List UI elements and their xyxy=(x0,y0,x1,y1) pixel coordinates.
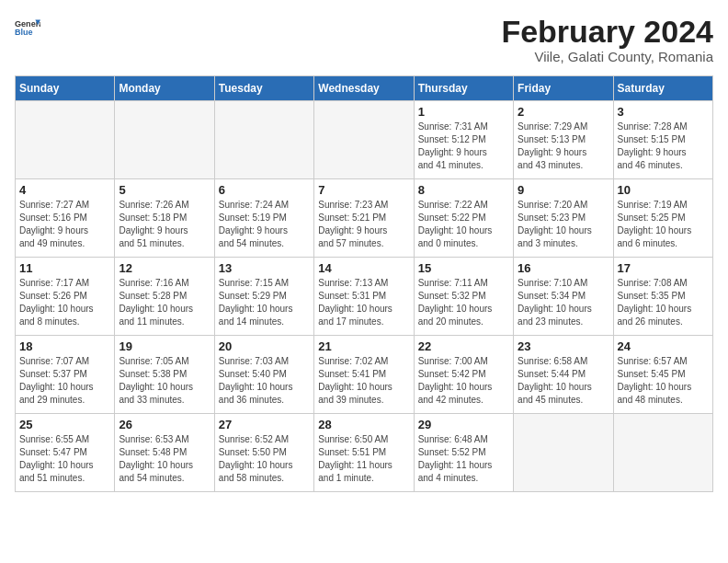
day-info: Sunrise: 7:28 AMSunset: 5:15 PMDaylight:… xyxy=(618,121,709,172)
day-info: Sunrise: 7:17 AMSunset: 5:26 PMDaylight:… xyxy=(19,277,110,328)
day-of-week-header: Thursday xyxy=(414,76,513,101)
calendar-day-cell: 11Sunrise: 7:17 AMSunset: 5:26 PMDayligh… xyxy=(16,258,115,336)
day-info: Sunrise: 7:13 AMSunset: 5:31 PMDaylight:… xyxy=(318,277,409,328)
day-number: 4 xyxy=(19,183,110,197)
day-number: 8 xyxy=(418,183,509,197)
day-number: 20 xyxy=(219,339,310,353)
calendar-day-cell: 24Sunrise: 6:57 AMSunset: 5:45 PMDayligh… xyxy=(613,336,712,414)
calendar-week-row: 25Sunrise: 6:55 AMSunset: 5:47 PMDayligh… xyxy=(16,414,713,492)
calendar-day-cell: 23Sunrise: 6:58 AMSunset: 5:44 PMDayligh… xyxy=(514,336,613,414)
day-info: Sunrise: 6:58 AMSunset: 5:44 PMDaylight:… xyxy=(518,355,609,407)
calendar-day-cell: 10Sunrise: 7:19 AMSunset: 5:25 PMDayligh… xyxy=(613,179,712,258)
day-number: 28 xyxy=(318,418,409,431)
day-info: Sunrise: 7:20 AMSunset: 5:23 PMDaylight:… xyxy=(518,199,609,250)
month-title: February 2024 xyxy=(501,15,713,49)
calendar-day-cell: 6Sunrise: 7:24 AMSunset: 5:19 PMDaylight… xyxy=(214,179,313,258)
calendar-week-row: 1Sunrise: 7:31 AMSunset: 5:12 PMDaylight… xyxy=(16,101,713,179)
day-number: 21 xyxy=(318,339,409,353)
day-number: 27 xyxy=(219,418,310,431)
day-info: Sunrise: 7:02 AMSunset: 5:41 PMDaylight:… xyxy=(318,355,409,407)
day-number: 10 xyxy=(618,183,709,197)
calendar-day-cell: 7Sunrise: 7:23 AMSunset: 5:21 PMDaylight… xyxy=(314,179,414,258)
calendar-day-cell: 3Sunrise: 7:28 AMSunset: 5:15 PMDaylight… xyxy=(613,101,712,179)
calendar-week-row: 4Sunrise: 7:27 AMSunset: 5:16 PMDaylight… xyxy=(16,179,713,258)
day-number: 6 xyxy=(219,183,310,197)
day-info: Sunrise: 7:07 AMSunset: 5:37 PMDaylight:… xyxy=(19,355,110,407)
svg-text:Blue: Blue xyxy=(15,28,33,37)
calendar-day-cell: 21Sunrise: 7:02 AMSunset: 5:41 PMDayligh… xyxy=(314,336,414,414)
day-info: Sunrise: 7:16 AMSunset: 5:28 PMDaylight:… xyxy=(119,277,210,328)
day-number: 9 xyxy=(518,183,609,197)
day-number: 12 xyxy=(119,261,210,275)
calendar-day-cell: 20Sunrise: 7:03 AMSunset: 5:40 PMDayligh… xyxy=(214,336,313,414)
calendar-day-cell xyxy=(214,101,313,179)
day-number: 13 xyxy=(219,261,310,275)
day-info: Sunrise: 7:05 AMSunset: 5:38 PMDaylight:… xyxy=(119,355,210,407)
day-number: 24 xyxy=(618,339,709,353)
day-info: Sunrise: 6:53 AMSunset: 5:48 PMDaylight:… xyxy=(119,433,210,485)
calendar-day-cell: 29Sunrise: 6:48 AMSunset: 5:52 PMDayligh… xyxy=(414,414,513,492)
calendar-day-cell: 2Sunrise: 7:29 AMSunset: 5:13 PMDaylight… xyxy=(514,101,613,179)
calendar-day-cell: 12Sunrise: 7:16 AMSunset: 5:28 PMDayligh… xyxy=(115,258,214,336)
day-number: 16 xyxy=(518,261,609,275)
day-of-week-header: Monday xyxy=(115,76,214,101)
day-of-week-header: Saturday xyxy=(613,76,712,101)
day-of-week-header: Sunday xyxy=(16,76,115,101)
calendar-day-cell: 22Sunrise: 7:00 AMSunset: 5:42 PMDayligh… xyxy=(414,336,513,414)
calendar-day-cell xyxy=(115,101,214,179)
day-number: 7 xyxy=(318,183,409,197)
calendar-day-cell xyxy=(613,414,712,492)
calendar-table: SundayMondayTuesdayWednesdayThursdayFrid… xyxy=(15,75,713,492)
calendar-day-cell: 13Sunrise: 7:15 AMSunset: 5:29 PMDayligh… xyxy=(214,258,313,336)
calendar-day-cell: 27Sunrise: 6:52 AMSunset: 5:50 PMDayligh… xyxy=(214,414,313,492)
calendar-day-cell: 16Sunrise: 7:10 AMSunset: 5:34 PMDayligh… xyxy=(514,258,613,336)
day-info: Sunrise: 7:24 AMSunset: 5:19 PMDaylight:… xyxy=(219,199,310,250)
calendar-day-cell xyxy=(514,414,613,492)
calendar-day-cell: 26Sunrise: 6:53 AMSunset: 5:48 PMDayligh… xyxy=(115,414,214,492)
calendar-day-cell: 4Sunrise: 7:27 AMSunset: 5:16 PMDaylight… xyxy=(16,179,115,258)
day-info: Sunrise: 7:31 AMSunset: 5:12 PMDaylight:… xyxy=(418,121,509,172)
day-info: Sunrise: 7:03 AMSunset: 5:40 PMDaylight:… xyxy=(219,355,310,407)
logo: General Blue xyxy=(15,15,40,40)
calendar-day-cell: 1Sunrise: 7:31 AMSunset: 5:12 PMDaylight… xyxy=(414,101,513,179)
day-info: Sunrise: 7:08 AMSunset: 5:35 PMDaylight:… xyxy=(618,277,709,328)
calendar-week-row: 11Sunrise: 7:17 AMSunset: 5:26 PMDayligh… xyxy=(16,258,713,336)
calendar-day-cell: 19Sunrise: 7:05 AMSunset: 5:38 PMDayligh… xyxy=(115,336,214,414)
day-of-week-header: Tuesday xyxy=(214,76,313,101)
calendar-day-cell xyxy=(16,101,115,179)
day-info: Sunrise: 7:29 AMSunset: 5:13 PMDaylight:… xyxy=(518,121,609,172)
day-info: Sunrise: 7:00 AMSunset: 5:42 PMDaylight:… xyxy=(418,355,509,407)
day-number: 25 xyxy=(19,418,110,431)
calendar-day-cell: 14Sunrise: 7:13 AMSunset: 5:31 PMDayligh… xyxy=(314,258,414,336)
day-number: 3 xyxy=(618,105,709,119)
day-of-week-header: Friday xyxy=(514,76,613,101)
day-info: Sunrise: 7:23 AMSunset: 5:21 PMDaylight:… xyxy=(318,199,409,250)
day-number: 19 xyxy=(119,339,210,353)
calendar-header-row: SundayMondayTuesdayWednesdayThursdayFrid… xyxy=(16,76,713,101)
calendar-day-cell xyxy=(314,101,414,179)
day-info: Sunrise: 6:55 AMSunset: 5:47 PMDaylight:… xyxy=(19,433,110,485)
day-number: 14 xyxy=(318,261,409,275)
day-number: 17 xyxy=(618,261,709,275)
day-number: 5 xyxy=(119,183,210,197)
day-info: Sunrise: 7:15 AMSunset: 5:29 PMDaylight:… xyxy=(219,277,310,328)
day-of-week-header: Wednesday xyxy=(314,76,414,101)
day-number: 15 xyxy=(418,261,509,275)
day-info: Sunrise: 7:26 AMSunset: 5:18 PMDaylight:… xyxy=(119,199,210,250)
day-info: Sunrise: 7:11 AMSunset: 5:32 PMDaylight:… xyxy=(418,277,509,328)
day-info: Sunrise: 7:27 AMSunset: 5:16 PMDaylight:… xyxy=(19,199,110,250)
day-info: Sunrise: 7:19 AMSunset: 5:25 PMDaylight:… xyxy=(618,199,709,250)
day-number: 2 xyxy=(518,105,609,119)
day-number: 22 xyxy=(418,339,509,353)
day-number: 26 xyxy=(119,418,210,431)
day-info: Sunrise: 6:50 AMSunset: 5:51 PMDaylight:… xyxy=(318,433,409,485)
day-number: 29 xyxy=(418,418,509,431)
calendar-day-cell: 5Sunrise: 7:26 AMSunset: 5:18 PMDaylight… xyxy=(115,179,214,258)
day-number: 23 xyxy=(518,339,609,353)
day-number: 11 xyxy=(19,261,110,275)
day-info: Sunrise: 7:10 AMSunset: 5:34 PMDaylight:… xyxy=(518,277,609,328)
day-info: Sunrise: 6:57 AMSunset: 5:45 PMDaylight:… xyxy=(618,355,709,407)
page-header: General Blue February 2024 Viile, Galati… xyxy=(15,15,713,64)
calendar-day-cell: 25Sunrise: 6:55 AMSunset: 5:47 PMDayligh… xyxy=(16,414,115,492)
calendar-day-cell: 9Sunrise: 7:20 AMSunset: 5:23 PMDaylight… xyxy=(514,179,613,258)
